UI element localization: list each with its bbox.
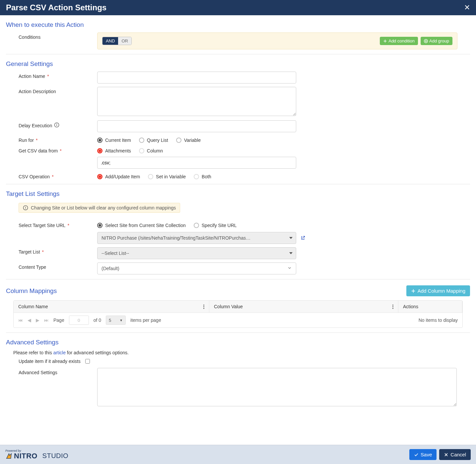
- csvop-radios: Add/Update Item Set in Variable Both: [97, 172, 211, 179]
- col-actions-header: Actions: [398, 301, 462, 313]
- svg-point-3: [57, 124, 57, 124]
- site-dropdown[interactable]: NITRO Purchase (/sites/NehaTraining/Test…: [97, 232, 296, 244]
- delay-input[interactable]: [97, 120, 296, 132]
- pager-last-icon[interactable]: ⏭: [44, 318, 49, 323]
- cancel-button[interactable]: Cancel: [439, 449, 471, 460]
- section-title-general: General Settings: [6, 60, 470, 68]
- csvop-label: CSV Operation*: [6, 172, 97, 179]
- conditions-box: AND OR Add condition Add group: [97, 32, 457, 49]
- radio-icon: [148, 174, 153, 179]
- csv-ext-input[interactable]: [97, 157, 296, 169]
- plus-icon: [411, 289, 416, 293]
- update-existing-row: Update item if it already exists: [19, 359, 470, 364]
- andor-toggle[interactable]: AND OR: [102, 37, 132, 45]
- radio-icon: [97, 223, 102, 228]
- chevron-down-icon: [287, 266, 292, 271]
- col-value-header[interactable]: Column Value: [209, 301, 398, 313]
- delay-label: Delay Execution: [6, 120, 97, 129]
- site-specify[interactable]: Specify Site URL: [194, 223, 237, 228]
- target-list-value: --Select List--: [102, 251, 129, 256]
- action-name-input[interactable]: [97, 72, 296, 84]
- dialog-title: Parse CSV Action Settings: [6, 3, 106, 12]
- mapping-grid: Column Name Column Value Actions ⏮ ◀ ▶ ⏭: [13, 300, 463, 328]
- per-page-select[interactable]: 5 ▼: [106, 316, 126, 325]
- section-title-mappings: Column Mappings: [6, 287, 57, 295]
- getcsv-radios: Attachments Column: [97, 146, 296, 153]
- grid-header: Column Name Column Value Actions: [14, 301, 462, 313]
- pager-first-icon[interactable]: ⏮: [18, 318, 23, 323]
- action-desc-textarea[interactable]: [97, 87, 296, 116]
- csvop-addupdate[interactable]: Add/Update Item: [97, 174, 140, 179]
- csvop-both[interactable]: Both: [194, 174, 211, 179]
- radio-icon: [97, 148, 102, 153]
- dialog-body[interactable]: When to execute this Action Conditions A…: [0, 15, 476, 445]
- add-group-label: Add group: [429, 38, 449, 43]
- kebab-icon[interactable]: [203, 305, 204, 309]
- content-type-dropdown[interactable]: (Default): [97, 262, 296, 274]
- advanced-settings-label: Advanced Settings: [6, 368, 97, 375]
- site-radios: Select Site from Current Site Collection…: [97, 221, 306, 228]
- plus-circle-icon: [424, 39, 428, 43]
- pager-next-icon[interactable]: ▶: [36, 318, 39, 323]
- target-list-label: Target List*: [6, 247, 97, 255]
- info-icon[interactable]: [54, 122, 59, 129]
- radio-icon: [176, 138, 181, 143]
- add-condition-button[interactable]: Add condition: [380, 37, 418, 45]
- save-button[interactable]: Save: [409, 449, 437, 460]
- section-title-advanced: Advanced Settings: [6, 339, 470, 346]
- divider: [6, 279, 470, 279]
- runfor-query[interactable]: Query List: [139, 138, 168, 143]
- divider: [6, 184, 470, 184]
- close-icon[interactable]: ✕: [464, 3, 470, 12]
- radio-icon: [139, 138, 144, 143]
- pager-page-input[interactable]: [69, 316, 89, 325]
- plus-icon: [383, 39, 387, 43]
- grid-pager: ⏮ ◀ ▶ ⏭ Page of 0 5 ▼ items per page No …: [14, 313, 462, 327]
- section-title-target: Target List Settings: [6, 190, 470, 198]
- getcsv-attachments[interactable]: Attachments: [97, 148, 131, 153]
- dialog-header: Parse CSV Action Settings ✕: [0, 0, 476, 15]
- conditions-label: Conditions: [6, 32, 97, 40]
- content-type-value: (Default): [102, 266, 119, 271]
- x-icon: [444, 452, 448, 457]
- add-column-mapping-button[interactable]: Add Column Mapping: [406, 285, 470, 296]
- action-name-label: Action Name*: [6, 72, 97, 79]
- grid-empty-text: No items to display: [419, 318, 458, 323]
- runfor-current[interactable]: Current Item: [97, 138, 131, 143]
- radio-icon: [194, 174, 199, 179]
- update-existing-checkbox[interactable]: [85, 359, 90, 364]
- site-collection[interactable]: Select Site from Current Site Collection: [97, 223, 186, 228]
- pager-prev-icon[interactable]: ◀: [28, 318, 31, 323]
- radio-icon: [97, 174, 102, 179]
- warning-icon: [23, 205, 28, 210]
- logo-icon: [5, 452, 13, 460]
- and-option[interactable]: AND: [102, 37, 118, 45]
- runfor-radios: Current Item Query List Variable: [97, 136, 201, 143]
- target-list-dropdown[interactable]: --Select List--: [97, 247, 296, 259]
- runfor-variable[interactable]: Variable: [176, 138, 201, 143]
- site-label: Select Target Site URL*: [6, 221, 97, 228]
- advanced-help-text: Please refer to this article for advance…: [13, 350, 470, 355]
- kebab-icon[interactable]: [392, 305, 393, 309]
- action-desc-label: Action Description: [6, 87, 97, 94]
- getcsv-column[interactable]: Column: [139, 148, 163, 153]
- article-link[interactable]: article: [53, 350, 66, 355]
- getcsv-label: Get CSV data from*: [6, 146, 97, 153]
- pager-of: of 0: [94, 318, 101, 323]
- advanced-settings-textarea[interactable]: [97, 368, 457, 406]
- content-type-label: Content Type: [6, 262, 97, 270]
- target-warning: Changing Site or List below will clear a…: [19, 203, 180, 213]
- divider: [6, 54, 470, 54]
- or-option[interactable]: OR: [118, 37, 131, 45]
- csvop-setvar[interactable]: Set in Variable: [148, 174, 186, 179]
- radio-icon: [139, 148, 144, 153]
- caret-down-icon: [289, 252, 293, 254]
- add-group-button[interactable]: Add group: [421, 37, 452, 45]
- nitro-logo: Powered by NITRO STUDIO: [5, 449, 68, 460]
- runfor-label: Run for*: [6, 136, 97, 143]
- radio-icon: [194, 223, 199, 228]
- open-site-icon[interactable]: [300, 235, 306, 241]
- svg-point-6: [26, 209, 26, 209]
- col-name-header[interactable]: Column Name: [14, 301, 209, 313]
- divider: [6, 332, 470, 333]
